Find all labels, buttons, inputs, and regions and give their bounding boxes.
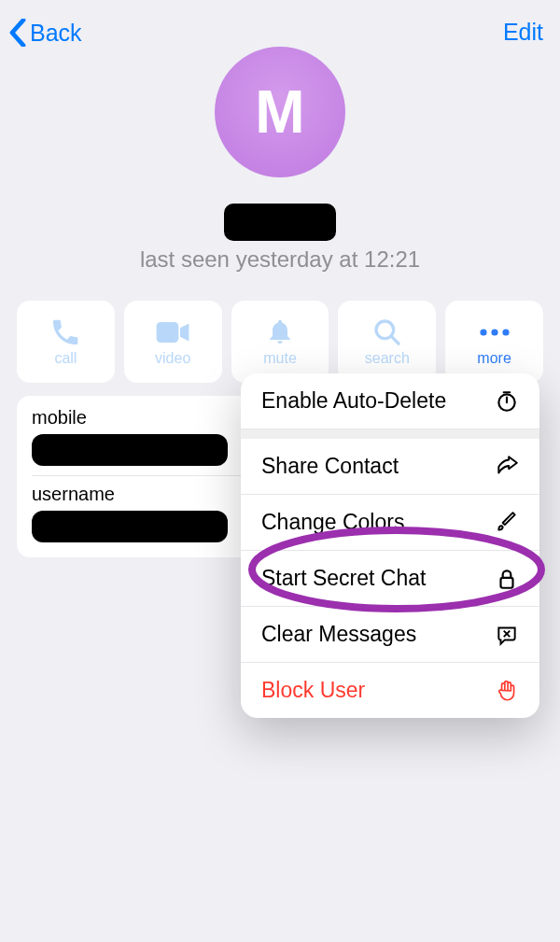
back-button[interactable]: Back [9, 19, 82, 47]
call-label: call [54, 350, 77, 367]
search-icon [372, 316, 402, 348]
redacted-mobile [32, 434, 228, 466]
search-button[interactable]: search [338, 301, 436, 383]
hand-icon [495, 679, 519, 703]
svg-rect-9 [501, 577, 513, 587]
clear-chat-icon [495, 623, 519, 647]
menu-block-user[interactable]: Block User [241, 663, 539, 718]
menu-clear-label: Clear Messages [261, 622, 416, 647]
more-menu: Enable Auto-Delete Share Contact Change … [241, 373, 539, 718]
username-label: username [32, 484, 273, 505]
edit-button[interactable]: Edit [503, 19, 543, 46]
svg-point-4 [491, 329, 497, 335]
redacted-name [224, 204, 336, 241]
menu-block-label: Block User [261, 678, 365, 703]
avatar-container: M [0, 47, 560, 177]
last-seen-status: last seen yesterday at 12:21 [0, 246, 560, 273]
mute-button[interactable]: mute [231, 301, 329, 383]
avatar-initial: M [255, 77, 304, 147]
contact-name [0, 204, 560, 241]
phone-icon [49, 316, 81, 348]
menu-change-colors[interactable]: Change Colors [241, 495, 539, 551]
video-button[interactable]: video [124, 301, 222, 383]
share-icon [495, 455, 519, 479]
chevron-left-icon [9, 19, 26, 47]
video-label: video [155, 350, 190, 367]
menu-auto-delete[interactable]: Enable Auto-Delete [241, 373, 539, 429]
menu-secret-label: Start Secret Chat [261, 566, 426, 591]
bell-icon [265, 316, 295, 348]
svg-line-2 [391, 337, 398, 344]
menu-share-contact[interactable]: Share Contact [241, 439, 539, 495]
back-label: Back [30, 20, 82, 47]
call-button[interactable]: call [17, 301, 115, 383]
menu-clear-messages[interactable]: Clear Messages [241, 607, 539, 663]
menu-separator [241, 429, 539, 439]
svg-point-5 [502, 329, 509, 335]
redacted-username [32, 511, 228, 542]
mute-label: mute [263, 350, 297, 367]
menu-colors-label: Change Colors [261, 510, 404, 535]
menu-auto-delete-label: Enable Auto-Delete [261, 388, 446, 414]
avatar[interactable]: M [215, 47, 345, 177]
svg-rect-0 [157, 322, 179, 343]
more-label: more [477, 350, 511, 367]
video-icon [155, 316, 190, 348]
more-icon [478, 316, 511, 348]
timer-icon [495, 389, 519, 414]
mobile-label: mobile [32, 407, 273, 429]
lock-icon [495, 567, 519, 591]
menu-secret-chat[interactable]: Start Secret Chat [241, 551, 539, 607]
menu-share-label: Share Contact [261, 454, 399, 479]
svg-point-3 [480, 329, 486, 335]
more-button[interactable]: more [445, 301, 543, 383]
action-row: call video mute search more [0, 301, 560, 383]
search-label: search [365, 350, 410, 367]
brush-icon [495, 511, 519, 535]
